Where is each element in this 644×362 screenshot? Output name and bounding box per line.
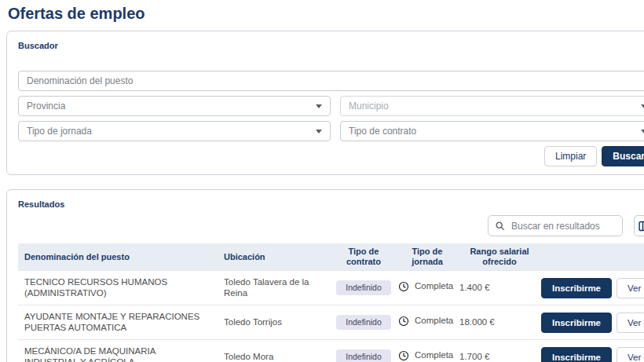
clock-icon	[398, 281, 409, 292]
inscribirme-button[interactable]: Inscribirme	[541, 278, 612, 298]
contract-badge: Indefinido	[336, 280, 391, 296]
limpiar-button[interactable]: Limpiar	[544, 146, 597, 166]
table-columns-icon	[639, 221, 644, 232]
chevron-down-icon	[316, 104, 322, 108]
actions-cell: Inscribirme Ver oferta	[541, 271, 644, 305]
location-cell: Toledo Mora	[224, 340, 331, 362]
chevron-down-icon	[641, 130, 644, 133]
column-settings-button[interactable]	[634, 215, 644, 236]
clock-icon	[398, 316, 409, 327]
ver-oferta-button[interactable]: Ver oferta	[617, 278, 644, 298]
results-toolbar	[18, 215, 644, 236]
ver-oferta-button[interactable]: Ver oferta	[617, 313, 644, 333]
resultados-heading: Resultados	[18, 199, 644, 209]
schedule-label: Completa	[415, 316, 453, 327]
contract-cell: Indefinido	[331, 340, 397, 362]
header-salary: Rango salarial ofrecido	[458, 243, 541, 271]
provincia-select[interactable]: Provincia	[18, 96, 331, 116]
schedule-label: Completa	[415, 281, 453, 292]
chevron-down-icon	[316, 130, 322, 133]
schedule-cell: Completa	[397, 271, 458, 305]
chevron-down-icon	[641, 104, 644, 108]
table-header-row: Denominación del puesto Ubicación Tipo d…	[18, 243, 644, 271]
actions-cell: Inscribirme Ver oferta	[541, 340, 644, 362]
contract-badge: Indefinido	[336, 315, 391, 331]
buscador-actions: Limpiar Buscar	[18, 146, 644, 168]
table-row: MECÁNICO/A DE MAQUINARIA INDUSTRIAL Y AG…	[18, 340, 644, 362]
select-row-2: Tipo de jornada Tipo de contrato	[18, 121, 644, 141]
buscador-heading: Buscador	[18, 41, 644, 50]
results-search-input[interactable]	[510, 220, 616, 232]
municipio-select-value: Municipio	[349, 101, 389, 112]
salary-cell: 18.000 €	[458, 305, 541, 340]
schedule-cell: Completa	[397, 305, 458, 340]
municipio-select[interactable]: Municipio	[340, 96, 644, 116]
table-row: TECNICO RECURSOS HUMANOS (ADMINISTRATIVO…	[18, 271, 644, 305]
location-cell: Toledo Torrijos	[224, 305, 331, 340]
schedule-cell: Completa	[397, 340, 458, 362]
jornada-select[interactable]: Tipo de jornada	[18, 121, 331, 141]
resultados-panel: Resultados	[6, 189, 644, 362]
provincia-select-value: Provincia	[27, 101, 65, 112]
contrato-select-value: Tipo de contrato	[349, 126, 416, 137]
inscribirme-button[interactable]: Inscribirme	[541, 313, 612, 333]
results-table-body: TECNICO RECURSOS HUMANOS (ADMINISTRATIVO…	[18, 271, 644, 362]
header-title: Denominación del puesto	[18, 243, 224, 271]
job-title-cell: MECÁNICO/A DE MAQUINARIA INDUSTRIAL Y AG…	[18, 340, 224, 362]
job-title-cell: AYUDANTE MONTAJE Y REPARACIONES PUERTAS …	[18, 305, 224, 340]
header-contract: Tipo de contrato	[331, 243, 397, 271]
salary-cell: 1.700 €	[458, 340, 541, 362]
jornada-select-value: Tipo de jornada	[27, 126, 92, 137]
search-icon	[495, 221, 505, 231]
ver-oferta-button[interactable]: Ver oferta	[617, 347, 644, 362]
contract-cell: Indefinido	[331, 271, 397, 305]
header-actions	[541, 243, 644, 271]
schedule-label: Completa	[415, 350, 453, 361]
clock-icon	[398, 350, 409, 361]
actions-cell: Inscribirme Ver oferta	[541, 305, 644, 340]
page-title: Ofertas de empleo	[8, 5, 644, 23]
salary-cell: 1.400 €	[458, 271, 541, 305]
results-table: Denominación del puesto Ubicación Tipo d…	[18, 243, 644, 362]
contrato-select[interactable]: Tipo de contrato	[340, 121, 644, 141]
header-schedule: Tipo de jornada	[397, 243, 458, 271]
buscador-panel: Buscador Provincia Municipio Tipo de jor…	[6, 31, 644, 175]
position-name-input[interactable]	[18, 71, 644, 91]
location-cell: Toledo Talavera de la Reina	[224, 271, 331, 305]
contract-badge: Indefinido	[336, 349, 391, 362]
inscribirme-button[interactable]: Inscribirme	[541, 347, 612, 362]
table-row: AYUDANTE MONTAJE Y REPARACIONES PUERTAS …	[18, 305, 644, 340]
results-search-box	[488, 215, 623, 236]
header-location: Ubicación	[224, 243, 331, 271]
buscar-button[interactable]: Buscar	[602, 146, 644, 166]
select-row-1: Provincia Municipio	[18, 96, 644, 116]
contract-cell: Indefinido	[331, 305, 397, 340]
job-title-cell: TECNICO RECURSOS HUMANOS (ADMINISTRATIVO…	[18, 271, 224, 305]
